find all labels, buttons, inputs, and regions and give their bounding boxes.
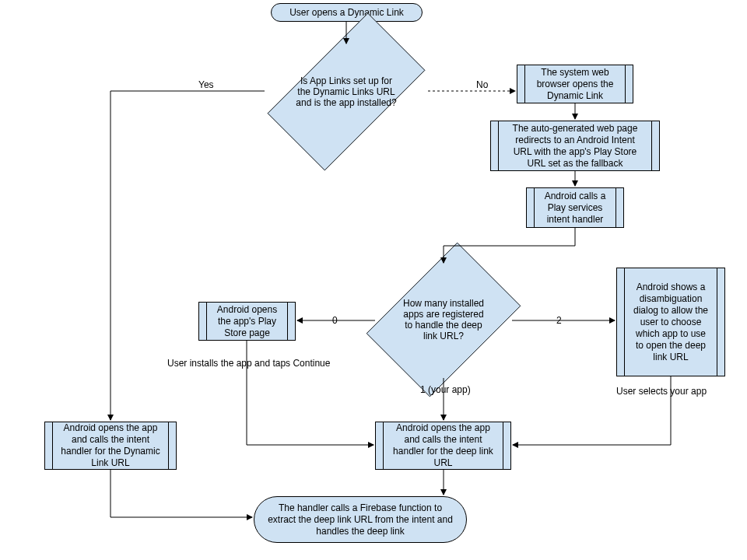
decision-howmany: How many installed apps are registered t… — [374, 261, 514, 378]
label-browser: The system web browser opens the Dynamic… — [531, 67, 619, 102]
process-browser: The system web browser opens the Dynamic… — [517, 65, 633, 103]
terminator-start: User opens a Dynamic Link — [271, 3, 423, 22]
edge-label-install: User installs the app and taps Continue — [167, 358, 330, 369]
process-open-deeplink: Android opens the app and calls the inte… — [375, 422, 511, 470]
label-playservices: Android calls a Play services intent han… — [541, 191, 609, 226]
label-open-dl: Android opens the app and calls the inte… — [59, 422, 162, 469]
edge-label-one: 1 (your app) — [420, 384, 471, 395]
label-playstore: Android opens the app's Play Store page — [213, 304, 281, 339]
decision-applinks: Is App Links set up for the Dynamic Link… — [265, 45, 428, 138]
edge-label-yes: Yes — [198, 79, 214, 90]
label-end: The handler calls a Firebase function to… — [265, 502, 455, 537]
label-open-deep: Android opens the app and calls the inte… — [390, 422, 496, 469]
label-start: User opens a Dynamic Link — [289, 7, 404, 19]
edge-label-zero: 0 — [332, 315, 338, 326]
label-d2: How many installed apps are registered t… — [402, 298, 486, 341]
process-playstore: Android opens the app's Play Store page — [198, 302, 296, 341]
terminator-end: The handler calls a Firebase function to… — [254, 496, 467, 543]
process-disambiguation: Android shows a disambiguation dialog to… — [616, 268, 725, 376]
process-redirect: The auto-generated web page redirects to… — [490, 121, 660, 171]
label-disambiguation: Android shows a disambiguation dialog to… — [631, 282, 710, 363]
label-d1: Is App Links set up for the Dynamic Link… — [294, 75, 398, 108]
label-redirect: The auto-generated web page redirects to… — [505, 123, 645, 170]
process-open-dynamiclink: Android opens the app and calls the inte… — [44, 422, 177, 470]
edge-label-selects: User selects your app — [616, 386, 707, 397]
process-playservices: Android calls a Play services intent han… — [526, 187, 624, 228]
edge-label-no: No — [476, 79, 488, 90]
edge-label-two: 2 — [556, 315, 562, 326]
